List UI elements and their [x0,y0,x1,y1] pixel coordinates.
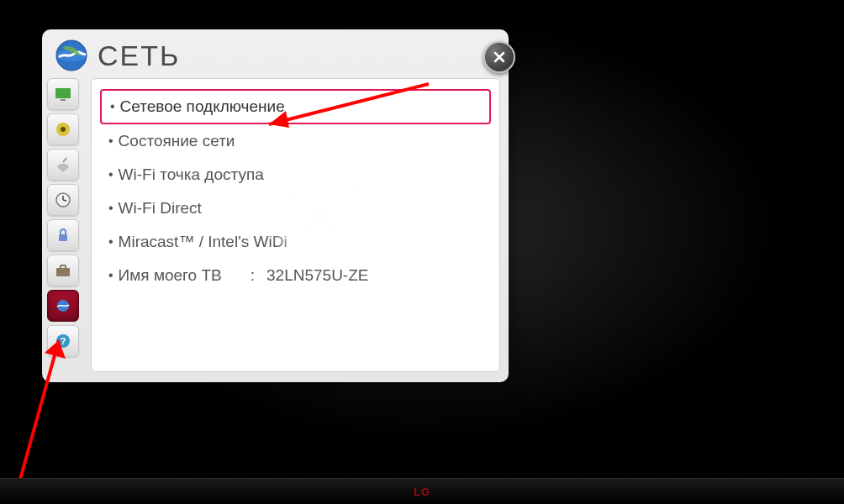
main-pane: • Сетевое подключение • Состояние сети •… [91,78,500,372]
svg-point-6 [61,127,66,132]
menu-item-label: Wi-Fi Direct [119,199,202,218]
sidebar-item-sound[interactable] [47,113,79,145]
window-title: СЕТЬ [98,39,180,72]
close-button[interactable] [483,41,515,73]
menu-item-label: Имя моего ТВ [119,266,222,285]
separator: : [251,266,255,285]
window-body: ? • Сетевое подключение • Состояние сети… [42,78,509,381]
bullet-icon: • [110,99,115,114]
sidebar-item-support[interactable]: ? [47,325,79,357]
sidebar-item-time[interactable] [47,184,79,216]
close-icon [493,50,506,64]
bullet-icon: • [108,268,113,283]
svg-rect-4 [61,99,66,101]
svg-line-7 [63,158,66,162]
menu-item-label: Состояние сети [119,132,235,150]
briefcase-icon [54,261,72,280]
satellite-icon [54,155,72,174]
bullet-icon: • [108,234,113,249]
bullet-icon: • [108,134,113,149]
lock-icon [54,226,72,244]
sidebar-item-option[interactable] [47,255,79,286]
menu-item-network-connection[interactable]: • Сетевое подключение [100,89,491,124]
bullet-icon: • [108,167,113,182]
menu-item-tv-name[interactable]: • Имя моего ТВ : 32LN575U-ZE [100,259,491,292]
tv-bezel-bottom: LG [0,478,844,504]
bullet-icon: • [108,201,113,216]
menu-item-value: 32LN575U-ZE [266,266,368,285]
menu-item-network-status[interactable]: • Состояние сети [100,124,491,158]
brand-logo: LG [414,486,430,498]
menu-item-miracast[interactable]: • Miracast™ / Intel's WiDi [100,225,491,259]
network-icon [54,297,72,315]
sidebar-item-picture[interactable] [47,78,79,110]
window-header: СЕТЬ [42,29,509,78]
svg-rect-11 [59,234,67,241]
settings-window: СЕТЬ [42,29,509,382]
menu-item-wifi-direct[interactable]: • Wi-Fi Direct [100,192,491,225]
tv-screen: СЕТЬ [0,0,844,504]
network-globe-icon [54,38,89,73]
svg-rect-13 [61,265,66,269]
svg-line-10 [63,200,66,201]
sidebar-item-network[interactable] [47,290,79,322]
support-icon: ? [54,332,72,350]
sidebar-item-lock[interactable] [47,219,79,251]
menu-item-wifi-ap[interactable]: • Wi-Fi точка доступа [100,158,491,192]
svg-rect-3 [55,88,71,98]
sidebar: ? [42,78,91,381]
clock-icon [54,191,72,209]
menu-item-label: Wi-Fi точка доступа [119,165,264,184]
menu-item-label: Сетевое подключение [120,97,285,116]
menu-item-label: Miracast™ / Intel's WiDi [119,233,287,251]
sound-icon [54,120,72,139]
svg-text:?: ? [61,336,66,346]
sidebar-item-channel[interactable] [47,149,79,181]
picture-icon [54,85,72,103]
